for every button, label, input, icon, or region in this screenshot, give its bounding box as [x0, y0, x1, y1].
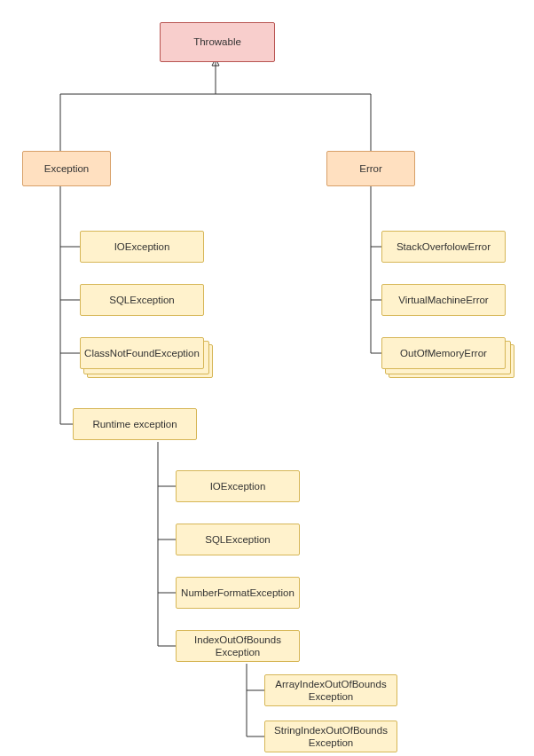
node-r-sqlexception: SQLException: [176, 524, 300, 555]
node-numberformat: NumberFormatException: [176, 577, 300, 609]
node-label: SQLException: [109, 294, 175, 306]
node-throwable: Throwable: [160, 22, 275, 62]
node-label: StackOverfolowError: [397, 240, 491, 253]
node-ioexception: IOException: [80, 231, 204, 263]
node-label: IOException: [210, 480, 266, 492]
node-runtime: Runtime exception: [73, 408, 197, 440]
node-label: StringIndexOutOfBounds Exception: [269, 724, 393, 750]
node-exception: Exception: [22, 151, 111, 186]
node-virtualmachine: VirtualMachineError: [381, 284, 506, 316]
node-label: ClassNotFoundException: [84, 347, 200, 359]
node-arrayoob: ArrayIndexOutOfBounds Exception: [264, 674, 397, 706]
node-label: Exception: [44, 162, 90, 175]
node-label: OutOfMemoryError: [400, 347, 487, 359]
node-error: Error: [326, 151, 415, 186]
node-label: IndexOutOfBounds Exception: [180, 634, 295, 659]
node-r-ioexception: IOException: [176, 470, 300, 502]
node-label: SQLException: [205, 533, 271, 546]
node-label: VirtualMachineError: [398, 294, 488, 306]
node-label: Error: [359, 162, 382, 175]
node-indexoob: IndexOutOfBounds Exception: [176, 630, 300, 662]
node-stringoob: StringIndexOutOfBounds Exception: [264, 721, 397, 752]
node-label: IOException: [114, 240, 170, 253]
node-classnotfound: ClassNotFoundException: [80, 337, 204, 369]
node-sqlexception: SQLException: [80, 284, 204, 316]
node-label: Throwable: [193, 35, 241, 48]
node-label: ArrayIndexOutOfBounds Exception: [269, 678, 393, 704]
node-label: NumberFormatException: [181, 587, 294, 599]
node-outofmemory: OutOfMemoryError: [381, 337, 506, 369]
node-label: Runtime exception: [92, 418, 177, 430]
node-stackoverflow: StackOverfolowError: [381, 231, 506, 263]
